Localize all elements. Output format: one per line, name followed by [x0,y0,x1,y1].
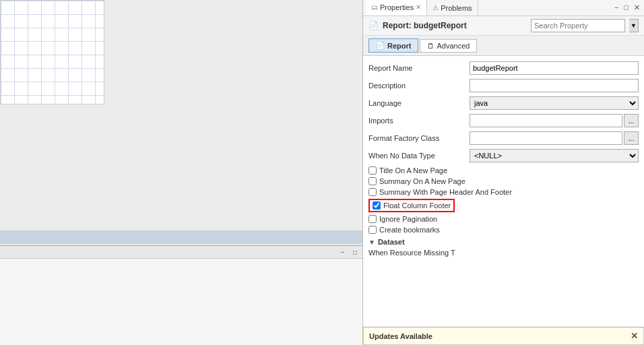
props-header: 📄 Report: budgetReport ▼ [363,16,644,36]
format-factory-label: Format Factory Class [368,134,470,142]
properties-tab-close[interactable]: ✕ [416,3,421,11]
report-canvas [0,0,104,104]
format-factory-input[interactable] [470,131,622,145]
maximize-bottom-icon[interactable]: □ [350,247,360,257]
title-new-page-checkbox[interactable] [368,166,377,175]
float-column-footer-row: Float Column Footer [368,199,639,212]
when-resource-missing-label: When Resource Missing T [368,249,470,257]
when-resource-missing-row: When Resource Missing T [368,249,639,257]
float-column-footer-highlight: Float Column Footer [368,199,455,212]
dataset-section-header: ▼ Dataset [368,238,639,246]
imports-label: Imports [368,117,470,125]
summary-with-header-label: Summary With Page Header And Footer [379,188,512,196]
properties-panel: 🗂 Properties ✕ ⚠ Problems − □ ✕ 📄 Report… [362,0,644,345]
title-new-page-label: Title On A New Page [379,166,447,175]
problems-tab-icon: ⚠ [432,4,439,11]
bottom-panel: − □ [0,245,362,345]
props-body: Report Name Description Language java gr… [363,56,644,345]
panel-tabs-bar: 🗂 Properties ✕ ⚠ Problems − □ ✕ [363,0,644,16]
report-name-row: Report Name [368,61,639,75]
problems-tab-label: Problems [441,4,472,12]
report-name-input[interactable] [470,61,639,75]
divider-bar [0,230,362,244]
dataset-collapse-icon[interactable]: ▼ [368,239,375,246]
create-bookmarks-row: Create bookmarks [368,226,639,234]
summary-new-page-label: Summary On A New Page [379,177,465,185]
imports-input[interactable] [470,114,622,127]
properties-tab-label: Properties [380,3,414,11]
when-no-data-row: When No Data Type <NULL> NoPages BlankPa… [368,149,639,162]
minimize-icon[interactable]: − [613,3,620,12]
maximize-icon[interactable]: □ [622,3,630,12]
report-tab-label: Report [387,42,411,50]
window-controls: − □ ✕ [613,3,641,12]
language-select[interactable]: java groovy javascript [470,96,639,110]
language-label: Language [368,99,470,107]
search-dropdown-icon[interactable]: ▼ [629,19,639,32]
dataset-section-title: Dataset [378,238,405,246]
when-no-data-select[interactable]: <NULL> NoPages BlankPage AllSectionsNoDe… [470,149,639,162]
summary-new-page-checkbox[interactable] [368,177,377,185]
bottom-panel-content [0,259,362,264]
ignore-pagination-row: Ignore Pagination [368,215,639,223]
report-icon: 📄 [368,21,379,30]
tab-advanced[interactable]: 🗒 Advanced [420,39,477,53]
format-factory-row: Format Factory Class ... [368,131,639,145]
create-bookmarks-checkbox[interactable] [368,226,377,234]
tab-properties[interactable]: 🗂 Properties ✕ [366,0,427,15]
tab-report[interactable]: 📄 Report [368,38,418,53]
when-no-data-label: When No Data Type [368,152,470,160]
description-label: Description [368,82,470,90]
advanced-tab-label: Advanced [437,42,470,50]
summary-with-header-row: Summary With Page Header And Footer [368,188,639,196]
format-factory-button[interactable]: ... [624,131,639,145]
properties-tab-icon: 🗂 [371,3,378,11]
float-column-footer-checkbox[interactable] [373,201,381,210]
description-input[interactable] [470,79,639,92]
description-row: Description [368,79,639,92]
create-bookmarks-label: Create bookmarks [379,226,440,234]
toast-title: Updates Available [369,332,432,340]
imports-row: Imports ... [368,114,639,127]
advanced-tab-icon: 🗒 [427,42,434,50]
ignore-pagination-label: Ignore Pagination [379,215,437,223]
minimize-bottom-icon[interactable]: − [338,247,348,257]
float-column-footer-label: Float Column Footer [383,201,451,210]
tab-problems[interactable]: ⚠ Problems [427,0,478,15]
search-input[interactable] [531,19,625,32]
report-tab-icon: 📄 [376,41,385,50]
props-title: Report: budgetReport [383,21,527,30]
report-name-label: Report Name [368,64,470,72]
toast-close-button[interactable]: ✕ [631,331,638,341]
summary-with-header-checkbox[interactable] [368,188,377,196]
props-tabs: 📄 Report 🗒 Advanced [363,36,644,56]
bottom-panel-header: − □ [0,246,362,259]
close-icon[interactable]: ✕ [633,3,641,12]
title-new-page-row: Title On A New Page [368,166,639,175]
imports-button[interactable]: ... [624,114,639,127]
editor-area: − □ [0,0,362,345]
language-row: Language java groovy javascript [368,96,639,110]
updates-available-toast: Updates Available ✕ [363,327,644,345]
ignore-pagination-checkbox[interactable] [368,215,377,223]
summary-new-page-row: Summary On A New Page [368,177,639,185]
